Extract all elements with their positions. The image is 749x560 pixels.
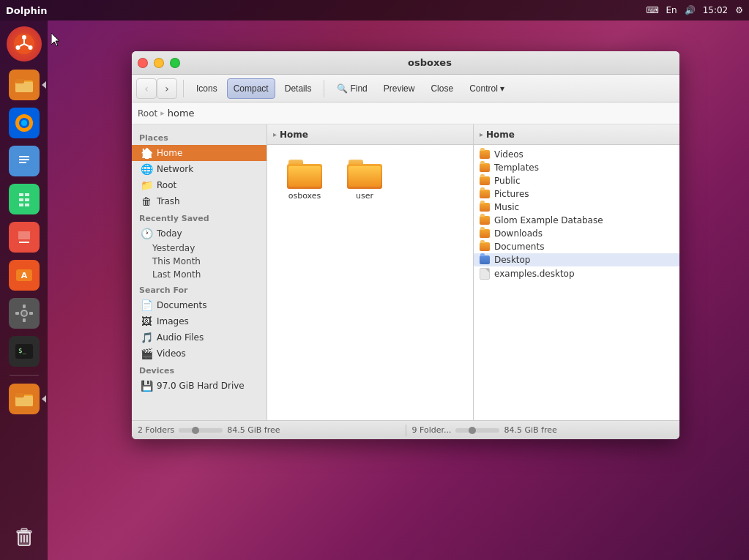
svg-rect-9 [15,79,24,83]
dolphin-window: osboxes ‹ › Icons Compact Details 🔍 Find… [132,51,679,439]
images-icon: 🖼 [141,316,152,327]
folder-user-label: user [356,191,373,201]
list-item-glom[interactable]: Glom Example Database [474,214,679,227]
svg-rect-23 [25,204,29,206]
home-icon: 🏠 [141,147,152,159]
window-close-button[interactable] [138,58,148,68]
root-icon: 📁 [141,179,152,191]
folder-pictures-icon [480,190,490,198]
toolbar-separator-2 [324,80,324,97]
dock-item-impress[interactable] [7,220,42,255]
sidebar-item-this-month-label: This Month [152,256,201,266]
sidebar-item-images[interactable]: 🖼 Images [132,313,267,329]
window-title: osboxes [186,57,674,68]
sidebar-item-today-label: Today [157,228,182,239]
svg-rect-42 [21,529,27,531]
left-folder-count: 2 Folders [138,425,174,435]
preview-button[interactable]: Preview [377,78,422,99]
dock-item-trash[interactable] [7,519,42,554]
find-button[interactable]: 🔍 Find [330,78,373,99]
sidebar-item-last-month[interactable]: Last Month [132,268,267,281]
window-minimize-button[interactable] [154,58,164,68]
breadcrumb-sep: ▸ [160,108,165,118]
dock-item-software[interactable]: A [7,258,42,293]
dock-item-firefox[interactable] [7,105,42,141]
sidebar-item-home-label: Home [157,148,182,158]
list-item-examples[interactable]: examples.desktop [474,266,679,281]
sidebar-item-yesterday[interactable]: Yesterday [132,242,267,255]
left-file-panel: ▸ Home osboxes [267,124,474,420]
sidebar-item-videos-label: Videos [157,348,186,359]
sidebar-item-documents-label: Documents [157,300,206,310]
compact-button[interactable]: Compact [227,78,275,99]
left-zoom-slider[interactable] [179,428,223,433]
window-maximize-button[interactable] [170,58,180,68]
app-title: Dolphin [6,5,47,16]
taskbar-lang[interactable]: En [666,5,677,15]
dock-item-calc[interactable] [7,182,42,217]
sidebar-item-root[interactable]: 📁 Root [132,177,267,193]
nav-back-button[interactable]: ‹ [136,78,157,99]
folder-user[interactable]: user [339,157,390,204]
right-panel-title: Home [486,130,515,140]
taskbar-volume-icon[interactable]: 🔊 [685,5,696,15]
ubuntu-button[interactable] [7,26,42,61]
icons-button[interactable]: Icons [190,78,224,99]
list-item-public-label: Public [494,176,521,186]
hdd-icon: 💾 [141,380,152,392]
sidebar-item-hdd-label: 97.0 GiB Hard Drive [157,381,245,391]
find-label: Find [350,83,367,94]
sidebar-item-hdd[interactable]: 💾 97.0 GiB Hard Drive [132,378,267,394]
dock-item-writer[interactable] [7,143,42,179]
left-free-space: 84.5 GiB free [227,425,280,435]
dock-item-files[interactable] [7,67,42,102]
svg-rect-39 [15,393,24,397]
sidebar-item-videos[interactable]: 🎬 Videos [132,346,267,362]
dock-item-files2[interactable] [7,381,42,417]
list-item-pictures[interactable]: Pictures [474,187,679,201]
sidebar-item-root-label: Root [157,180,176,190]
list-item-documents[interactable]: Documents [474,240,679,253]
folder-documents-icon [480,242,490,251]
list-item-music[interactable]: Music [474,201,679,214]
sidebar-item-this-month[interactable]: This Month [132,255,267,268]
sidebar-item-last-month-label: Last Month [152,269,201,280]
taskbar-settings-icon[interactable]: ⚙ [735,5,743,15]
search-for-label: Search For [132,281,267,297]
window-titlebar: osboxes [132,51,679,75]
toolbar-nav: ‹ › [136,78,177,99]
sidebar-item-audio[interactable]: 🎵 Audio Files [132,329,267,346]
breadcrumb-root[interactable]: Root [138,108,157,119]
svg-rect-32 [23,318,26,322]
svg-rect-16 [19,162,26,163]
list-item-downloads[interactable]: Downloads [474,227,679,240]
details-button[interactable]: Details [278,78,318,99]
svg-text:A: A [21,271,27,280]
dock-item-terminal[interactable]: $_ [7,334,42,369]
right-panel-content[interactable]: Videos Templates Public Pictures [474,145,679,420]
sidebar-item-documents[interactable]: 📄 Documents [132,297,267,313]
sidebar-item-trash[interactable]: 🗑 Trash [132,193,267,209]
dock-item-settings[interactable] [7,296,42,331]
control-button[interactable]: Control ▾ [463,78,511,99]
list-item-desktop[interactable]: Desktop [474,253,679,266]
trash-icon: 🗑 [141,195,152,207]
folder-desktop-icon [480,255,490,264]
list-item-templates[interactable]: Templates [474,161,679,174]
folder-osboxes[interactable]: osboxes [279,157,330,204]
nav-forward-button[interactable]: › [157,78,177,99]
left-panel-content[interactable]: osboxes user [267,145,473,420]
status-bar: 2 Folders 84.5 GiB free 9 Folder... 84.5… [132,420,679,439]
taskbar-input-icon[interactable]: ⌨ [646,5,658,15]
sidebar-item-today[interactable]: 🕐 Today [132,225,267,242]
folder-templates-icon [480,163,490,172]
sidebar-item-network[interactable]: 🌐 Network [132,161,267,177]
svg-point-30 [22,311,26,316]
sidebar-item-home[interactable]: 🏠 Home [132,145,267,161]
close-panel-button[interactable]: Close [424,78,460,99]
list-item-videos[interactable]: Videos [474,148,679,161]
folder-osboxes-icon [287,160,322,189]
svg-rect-34 [29,312,33,315]
right-zoom-slider[interactable] [455,428,499,433]
list-item-public[interactable]: Public [474,174,679,187]
